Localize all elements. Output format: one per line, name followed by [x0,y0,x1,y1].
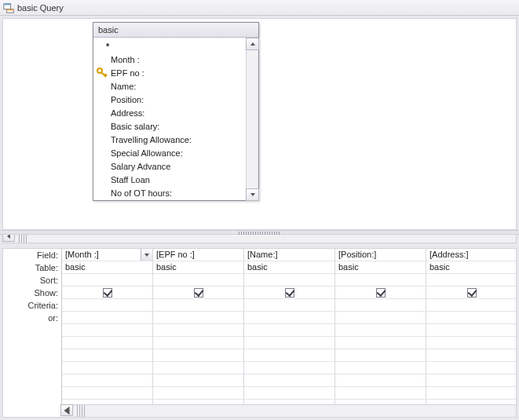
pane-splitter[interactable] [0,230,519,235]
qbe-empty-cell[interactable] [426,374,516,387]
qbe-table-cell[interactable]: basic [153,261,243,274]
query-design-surface[interactable]: basic *Month :EPF no :Name:Position:Addr… [2,18,517,230]
qbe-empty-cell[interactable] [153,362,243,374]
qbe-empty-cell[interactable] [335,337,426,349]
qbe-empty-cell[interactable] [335,387,426,400]
qbe-row-label: Field: [3,249,61,261]
qbe-empty-cell[interactable] [335,374,426,387]
qbe-empty-cell[interactable] [244,324,334,337]
qbe-empty-cell[interactable] [244,362,334,374]
qbe-show-cell[interactable] [62,287,152,299]
qbe-criteria-cell[interactable] [153,299,243,312]
field-list-item[interactable]: Special Allowance: [111,147,258,160]
field-list-box[interactable]: basic *Month :EPF no :Name:Position:Addr… [93,22,259,201]
qbe-show-cell[interactable] [426,287,516,299]
field-list-item[interactable]: Position: [111,93,258,107]
qbe-column: [Month :]basic [62,249,153,404]
field-list-item[interactable]: EPF no : [111,67,258,80]
show-checkbox[interactable] [194,288,203,298]
show-checkbox[interactable] [103,288,112,298]
qbe-empty-cell[interactable] [335,349,426,362]
qbe-empty-cell[interactable] [426,349,516,362]
qbe-table-cell[interactable]: basic [244,261,334,274]
qbe-field-cell[interactable]: [Month :] [62,249,152,261]
qbe-table-cell[interactable]: basic [426,261,516,274]
qbe-empty-cell[interactable] [426,324,516,337]
scroll-left-button[interactable] [60,404,73,416]
field-list-scrollbar[interactable] [246,38,258,200]
qbe-table-cell[interactable]: basic [62,261,152,274]
qbe-or-cell[interactable] [244,312,334,324]
qbe-field-cell[interactable]: [EPF no :] [153,249,243,261]
qbe-empty-cell[interactable] [335,324,426,337]
qbe-sort-cell[interactable] [244,274,334,287]
field-list-item[interactable]: No of OT hours: [111,187,258,200]
qbe-criteria-cell[interactable] [426,299,516,312]
qbe-criteria-cell[interactable] [335,299,426,312]
scroll-up-button[interactable] [246,38,259,50]
field-list-item[interactable]: Salary Advance [111,160,258,173]
qbe-field-cell[interactable]: [Name:] [244,249,334,261]
qbe-empty-cell[interactable] [244,387,334,400]
qbe-empty-cell[interactable] [426,387,516,400]
field-list-item[interactable]: Address: [111,107,258,120]
field-list-title[interactable]: basic [93,23,258,38]
qbe-empty-cell[interactable] [335,362,426,374]
qbe-show-cell[interactable] [153,287,243,299]
qbe-show-cell[interactable] [335,287,426,299]
field-list-item[interactable]: Month : [111,53,258,67]
qbe-empty-cell[interactable] [62,324,152,337]
qbe-empty-cell[interactable] [244,349,334,362]
field-list-item[interactable]: Travelling Allowance: [111,133,258,147]
qbe-empty-cell[interactable] [62,387,152,400]
qbe-criteria-cell[interactable] [62,299,152,312]
qbe-empty-cell[interactable] [62,374,152,387]
field-list-item[interactable]: Staff Loan [111,173,258,187]
qbe-empty-cell[interactable] [244,374,334,387]
qbe-table-cell[interactable]: basic [335,261,426,274]
qbe-sort-cell[interactable] [153,274,243,287]
field-list-item-label: Special Allowance: [111,148,183,158]
show-checkbox[interactable] [467,288,477,298]
qbe-grid-viewport[interactable]: [Month :]basic[EPF no :]basic[Name:]basi… [61,249,516,404]
qbe-empty-cell[interactable] [426,362,516,374]
svg-rect-1 [4,3,11,5]
qbe-column: [EPF no :]basic [153,249,244,404]
qbe-empty-cell[interactable] [153,374,243,387]
qbe-show-cell[interactable] [244,287,334,299]
field-list-item[interactable]: Name: [111,80,258,93]
qbe-criteria-cell[interactable] [244,299,334,312]
qbe-or-cell[interactable] [62,312,152,324]
qbe-row-label: Show: [3,287,61,299]
qbe-or-cell[interactable] [153,312,243,324]
qbe-hscroll[interactable] [61,404,516,417]
qbe-sort-cell[interactable] [62,274,152,287]
field-dropdown-button[interactable] [141,249,152,261]
field-list-item[interactable]: Basic salary: [111,120,258,133]
qbe-field-cell[interactable]: [Position:] [335,249,426,261]
window-titlebar: basic Query [0,0,519,16]
field-list-item-label: Name: [111,82,136,91]
qbe-sort-cell[interactable] [335,274,426,287]
qbe-empty-cell[interactable] [153,387,243,400]
qbe-empty-cell[interactable] [62,349,152,362]
qbe-empty-cell[interactable] [62,362,152,374]
qbe-empty-cell[interactable] [426,337,516,349]
field-list-item-label: Address: [111,108,144,118]
qbe-empty-cell[interactable] [244,337,334,349]
qbe-sort-cell[interactable] [426,274,516,287]
show-checkbox[interactable] [285,288,294,298]
qbe-empty-cell[interactable] [153,324,243,337]
qbe-or-cell[interactable] [335,312,426,324]
svg-rect-3 [6,9,13,10]
qbe-empty-cell[interactable] [153,349,243,362]
qbe-or-cell[interactable] [426,312,516,324]
qbe-empty-cell[interactable] [62,337,152,349]
field-list-item-star[interactable]: * [106,40,258,53]
show-checkbox[interactable] [376,288,386,298]
qbe-field-cell[interactable]: [Address:] [426,249,516,261]
scroll-down-button[interactable] [246,188,259,201]
field-list-item-label: Staff Loan [111,175,150,184]
qbe-empty-cell[interactable] [153,337,243,349]
field-list: *Month :EPF no :Name:Position:Address:Ba… [93,38,258,200]
